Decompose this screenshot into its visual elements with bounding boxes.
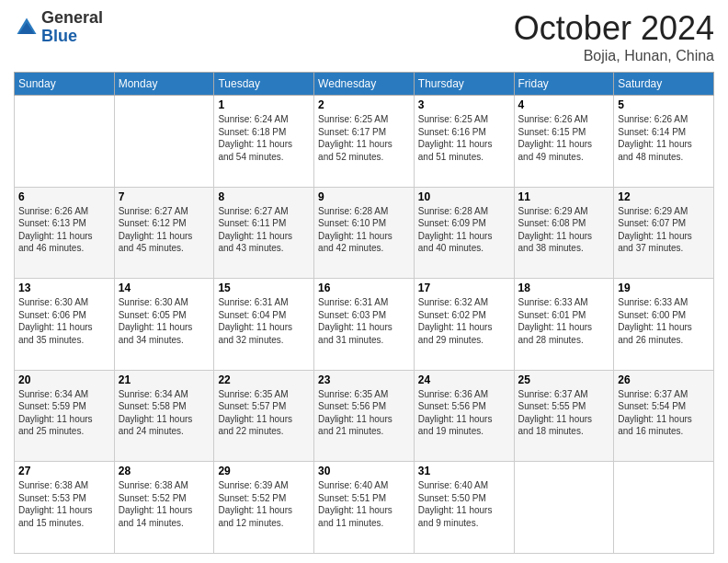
day-number: 15 — [218, 282, 310, 294]
day-info: Sunrise: 6:33 AM Sunset: 6:00 PM Dayligh… — [618, 296, 710, 346]
day-cell — [114, 96, 214, 188]
day-number: 30 — [318, 465, 410, 477]
day-cell: 23 Sunrise: 6:35 AM Sunset: 5:56 PM Dayl… — [314, 370, 415, 462]
day-info: Sunrise: 6:28 AM Sunset: 6:10 PM Dayligh… — [318, 205, 410, 255]
location: Bojia, Hunan, China — [514, 48, 714, 64]
logo-blue: Blue — [41, 28, 103, 46]
day-info: Sunrise: 6:29 AM Sunset: 6:08 PM Dayligh… — [518, 205, 610, 255]
day-number: 2 — [318, 98, 410, 111]
week-row-4: 20 Sunrise: 6:34 AM Sunset: 5:59 PM Dayl… — [15, 370, 714, 462]
day-cell: 21 Sunrise: 6:34 AM Sunset: 5:58 PM Dayl… — [114, 370, 214, 462]
day-cell: 26 Sunrise: 6:37 AM Sunset: 5:54 PM Dayl… — [614, 370, 714, 462]
day-info: Sunrise: 6:38 AM Sunset: 5:52 PM Dayligh… — [119, 479, 210, 529]
logo: General Blue — [14, 9, 103, 46]
day-cell: 11 Sunrise: 6:29 AM Sunset: 6:08 PM Dayl… — [514, 187, 614, 279]
day-info: Sunrise: 6:25 AM Sunset: 6:17 PM Dayligh… — [318, 113, 410, 163]
day-info: Sunrise: 6:27 AM Sunset: 6:11 PM Dayligh… — [218, 205, 310, 255]
day-cell: 19 Sunrise: 6:33 AM Sunset: 6:00 PM Dayl… — [614, 279, 714, 371]
title-block: October 2024 Bojia, Hunan, China — [514, 9, 714, 64]
day-cell: 18 Sunrise: 6:33 AM Sunset: 6:01 PM Dayl… — [514, 279, 614, 371]
day-cell: 14 Sunrise: 6:30 AM Sunset: 6:05 PM Dayl… — [114, 279, 214, 371]
day-cell: 3 Sunrise: 6:25 AM Sunset: 6:16 PM Dayli… — [414, 96, 514, 188]
day-number: 20 — [18, 373, 110, 386]
day-info: Sunrise: 6:26 AM Sunset: 6:13 PM Dayligh… — [18, 205, 110, 255]
logo-general: General — [41, 9, 103, 28]
day-number: 9 — [318, 190, 410, 203]
day-info: Sunrise: 6:37 AM Sunset: 5:54 PM Dayligh… — [618, 388, 710, 438]
day-cell: 30 Sunrise: 6:40 AM Sunset: 5:51 PM Dayl… — [314, 462, 415, 554]
day-cell: 12 Sunrise: 6:29 AM Sunset: 6:07 PM Dayl… — [614, 187, 714, 279]
day-number: 12 — [618, 190, 710, 203]
day-info: Sunrise: 6:32 AM Sunset: 6:02 PM Dayligh… — [418, 296, 510, 346]
day-number: 28 — [119, 465, 210, 477]
day-info: Sunrise: 6:27 AM Sunset: 6:12 PM Dayligh… — [119, 205, 210, 255]
day-number: 4 — [518, 98, 610, 111]
month-title: October 2024 — [514, 9, 714, 48]
header: General Blue October 2024 Bojia, Hunan, … — [14, 9, 714, 64]
day-info: Sunrise: 6:31 AM Sunset: 6:04 PM Dayligh… — [218, 296, 310, 346]
day-cell: 28 Sunrise: 6:38 AM Sunset: 5:52 PM Dayl… — [114, 462, 214, 554]
day-cell: 24 Sunrise: 6:36 AM Sunset: 5:56 PM Dayl… — [414, 370, 514, 462]
header-cell-sunday: Sunday — [15, 73, 115, 96]
header-cell-wednesday: Wednesday — [314, 73, 415, 96]
calendar-header: SundayMondayTuesdayWednesdayThursdayFrid… — [15, 73, 714, 96]
day-cell: 27 Sunrise: 6:38 AM Sunset: 5:53 PM Dayl… — [15, 462, 115, 554]
header-row: SundayMondayTuesdayWednesdayThursdayFrid… — [15, 73, 714, 96]
header-cell-monday: Monday — [114, 73, 214, 96]
page: General Blue October 2024 Bojia, Hunan, … — [0, 0, 728, 563]
day-cell: 8 Sunrise: 6:27 AM Sunset: 6:11 PM Dayli… — [214, 187, 314, 279]
day-number: 16 — [318, 282, 410, 294]
day-info: Sunrise: 6:39 AM Sunset: 5:52 PM Dayligh… — [218, 479, 310, 529]
day-cell: 15 Sunrise: 6:31 AM Sunset: 6:04 PM Dayl… — [214, 279, 314, 371]
day-cell: 6 Sunrise: 6:26 AM Sunset: 6:13 PM Dayli… — [15, 187, 115, 279]
logo-text: General Blue — [41, 9, 103, 46]
day-number: 21 — [119, 373, 210, 386]
day-number: 1 — [218, 98, 310, 111]
day-info: Sunrise: 6:35 AM Sunset: 5:57 PM Dayligh… — [218, 388, 310, 438]
header-cell-friday: Friday — [514, 73, 614, 96]
day-cell — [514, 462, 614, 554]
day-cell: 5 Sunrise: 6:26 AM Sunset: 6:14 PM Dayli… — [614, 96, 714, 188]
day-info: Sunrise: 6:31 AM Sunset: 6:03 PM Dayligh… — [318, 296, 410, 346]
day-number: 11 — [518, 190, 610, 203]
day-info: Sunrise: 6:29 AM Sunset: 6:07 PM Dayligh… — [618, 205, 710, 255]
day-cell: 31 Sunrise: 6:40 AM Sunset: 5:50 PM Dayl… — [414, 462, 514, 554]
day-number: 24 — [418, 373, 510, 386]
day-number: 8 — [218, 190, 310, 203]
day-number: 19 — [618, 282, 710, 294]
header-cell-thursday: Thursday — [414, 73, 514, 96]
day-number: 31 — [418, 465, 510, 477]
day-number: 14 — [119, 282, 210, 294]
day-cell — [614, 462, 714, 554]
day-info: Sunrise: 6:40 AM Sunset: 5:51 PM Dayligh… — [318, 479, 410, 529]
header-cell-saturday: Saturday — [614, 73, 714, 96]
day-cell: 1 Sunrise: 6:24 AM Sunset: 6:18 PM Dayli… — [214, 96, 314, 188]
calendar: SundayMondayTuesdayWednesdayThursdayFrid… — [14, 72, 714, 554]
day-number: 3 — [418, 98, 510, 111]
day-info: Sunrise: 6:26 AM Sunset: 6:14 PM Dayligh… — [618, 113, 710, 163]
day-number: 10 — [418, 190, 510, 203]
header-cell-tuesday: Tuesday — [214, 73, 314, 96]
day-number: 6 — [18, 190, 110, 203]
day-info: Sunrise: 6:40 AM Sunset: 5:50 PM Dayligh… — [418, 479, 510, 529]
day-number: 22 — [218, 373, 310, 386]
day-number: 18 — [518, 282, 610, 294]
day-info: Sunrise: 6:28 AM Sunset: 6:09 PM Dayligh… — [418, 205, 510, 255]
day-cell: 4 Sunrise: 6:26 AM Sunset: 6:15 PM Dayli… — [514, 96, 614, 188]
day-info: Sunrise: 6:34 AM Sunset: 5:59 PM Dayligh… — [18, 388, 110, 438]
day-info: Sunrise: 6:25 AM Sunset: 6:16 PM Dayligh… — [418, 113, 510, 163]
day-number: 26 — [618, 373, 710, 386]
day-cell: 20 Sunrise: 6:34 AM Sunset: 5:59 PM Dayl… — [15, 370, 115, 462]
day-cell: 29 Sunrise: 6:39 AM Sunset: 5:52 PM Dayl… — [214, 462, 314, 554]
day-info: Sunrise: 6:30 AM Sunset: 6:06 PM Dayligh… — [18, 296, 110, 346]
day-cell: 13 Sunrise: 6:30 AM Sunset: 6:06 PM Dayl… — [15, 279, 115, 371]
day-cell: 16 Sunrise: 6:31 AM Sunset: 6:03 PM Dayl… — [314, 279, 415, 371]
day-info: Sunrise: 6:37 AM Sunset: 5:55 PM Dayligh… — [518, 388, 610, 438]
day-cell: 17 Sunrise: 6:32 AM Sunset: 6:02 PM Dayl… — [414, 279, 514, 371]
day-cell: 2 Sunrise: 6:25 AM Sunset: 6:17 PM Dayli… — [314, 96, 415, 188]
week-row-3: 13 Sunrise: 6:30 AM Sunset: 6:06 PM Dayl… — [15, 279, 714, 371]
day-number: 7 — [119, 190, 210, 203]
logo-icon — [14, 15, 40, 40]
day-number: 17 — [418, 282, 510, 294]
week-row-5: 27 Sunrise: 6:38 AM Sunset: 5:53 PM Dayl… — [15, 462, 714, 554]
